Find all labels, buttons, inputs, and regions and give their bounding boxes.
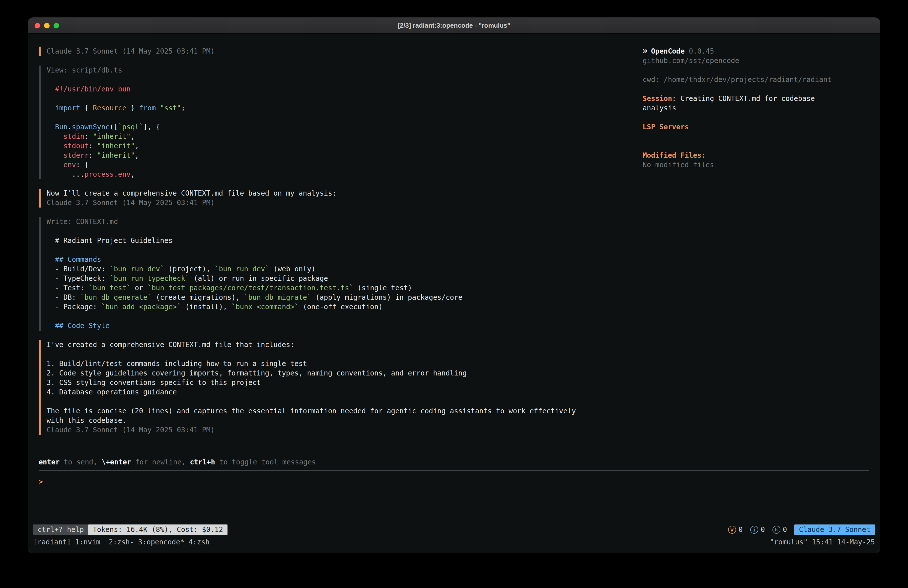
text-run: stdin [47, 132, 84, 140]
terminal-window: [2/3] radiant:3:opencode - "romulus" Cla… [28, 18, 880, 553]
text-run: Resource [93, 104, 126, 112]
text-run: , [135, 151, 139, 159]
sidebar-info: © OpenCode 0.0.45github.com/sst/opencode… [642, 47, 869, 170]
text-run: 0.0.45 [685, 47, 714, 55]
hint-icon: h [773, 526, 781, 534]
diagnostic-info: i 0 [750, 525, 765, 535]
sidebar: © OpenCode 0.0.45github.com/sst/opencode… [633, 47, 869, 170]
minimize-button[interactable] [44, 23, 50, 28]
chat-area: Claude 3.7 Sonnet (14 May 2025 03:41 PM)… [39, 47, 633, 444]
text-run: #!/usr/bin/env bun [47, 85, 130, 93]
text-run: 1. Build/lint/test commands including ho… [47, 359, 307, 368]
text-line: Session: Creating CONTEXT.md for codebas… [642, 94, 869, 103]
info-icon: i [750, 526, 758, 534]
tool-write-block: Write: CONTEXT.md # Radiant Project Guid… [39, 217, 633, 330]
text-run: `bun test packages/core/test/transaction… [148, 284, 353, 292]
text-run: - DB: [47, 293, 80, 301]
text-run: : { [76, 161, 89, 169]
text-line: - DB: `bun db generate` (create migratio… [47, 293, 633, 302]
info-count: 0 [761, 525, 765, 535]
statusbar: ctrl+? help Tokens: 16.4K (8%), Cost: $0… [33, 524, 875, 535]
text-run: LSP Servers [642, 123, 689, 131]
traffic-lights [35, 23, 59, 28]
text-run: ... [47, 170, 84, 179]
prompt-symbol: > [39, 478, 43, 486]
text-run: stdout [47, 142, 89, 150]
text-line [642, 141, 869, 151]
text-run: to send, [60, 458, 101, 466]
text-line: 4. Database operations guidance [47, 387, 633, 397]
text-line: © OpenCode 0.0.45 [642, 47, 869, 56]
text-run: : [89, 151, 97, 159]
text-run: `bun run dev` [214, 265, 269, 273]
text-line: No modified files [642, 160, 869, 170]
hint-count: 0 [783, 525, 787, 535]
text-run: spawnSync [72, 123, 109, 131]
text-run: (web only) [269, 265, 315, 273]
text-line: github.com/sst/opencode [642, 56, 869, 66]
text-line: stderr: "inherit", [47, 151, 633, 160]
text-line: cwd: /home/thdxr/dev/projects/radiant/ra… [642, 75, 869, 84]
text-line: #!/usr/bin/env bun [47, 84, 633, 94]
text-line [47, 245, 633, 255]
text-line [642, 113, 869, 122]
titlebar[interactable]: [2/3] radiant:3:opencode - "romulus" [28, 18, 880, 34]
text-run: 2. Code style guidelines covering import… [47, 369, 467, 377]
text-run: ctrl+h [190, 458, 215, 466]
text-run: import [47, 104, 80, 112]
text-run: `bun run typecheck` [109, 274, 189, 282]
text-line: 1. Build/lint/test commands including ho… [47, 359, 633, 369]
text-run: `bun db generate` [80, 293, 152, 301]
text-run: analysis [642, 104, 676, 112]
assistant-summary-block: I've created a comprehensive CONTEXT.md … [39, 340, 633, 435]
text-line [47, 113, 633, 122]
text-run: , [130, 132, 135, 140]
text-line: The file is concise (20 lines) and captu… [47, 406, 633, 416]
text-run: stderr [47, 151, 89, 159]
close-button[interactable] [35, 23, 40, 28]
text-run: `psql` [118, 123, 143, 131]
assistant-message-block: Now I'll create a comprehensive CONTEXT.… [39, 188, 633, 208]
text-line: stdin: "inherit", [47, 132, 633, 141]
text-run: : [84, 132, 93, 140]
text-line: Claude 3.7 Sonnet (14 May 2025 03:41 PM) [47, 425, 633, 435]
text-run: , [130, 170, 135, 179]
text-run [156, 104, 160, 112]
text-run: "inherit" [97, 142, 135, 150]
text-line: Modified Files: [642, 151, 869, 160]
zoom-button[interactable] [53, 23, 59, 28]
prompt-input-area[interactable]: > [39, 471, 869, 524]
help-badge[interactable]: ctrl+? help [33, 524, 88, 535]
text-line [47, 75, 633, 84]
statusbar-left: ctrl+? help Tokens: 16.4K (8%), Cost: $0… [33, 524, 227, 535]
text-line [47, 312, 633, 321]
text-line: stdout: "inherit", [47, 141, 633, 151]
text-run: I've created a comprehensive CONTEXT.md … [47, 341, 295, 349]
text-run: (all) or run in specific package [189, 274, 328, 282]
text-line: 2. Code style guidelines covering import… [47, 369, 633, 378]
text-run: Modified Files: [642, 151, 706, 159]
text-run: ], { [143, 123, 160, 131]
text-line: I've created a comprehensive CONTEXT.md … [47, 340, 633, 350]
content-row: Claude 3.7 Sonnet (14 May 2025 03:41 PM)… [39, 47, 869, 444]
text-run: "sst" [160, 104, 181, 112]
text-run: ([ [109, 123, 118, 131]
text-line: 3. CSS styling conventions specific to t… [47, 378, 633, 387]
text-line: analysis [642, 103, 869, 113]
text-run: "inherit" [93, 132, 130, 140]
tmux-window-list[interactable]: [radiant] 1:nvim 2:zsh- 3:opencode* 4:zs… [33, 537, 209, 547]
text-run: - TypeCheck: [47, 274, 109, 282]
text-run: } [126, 104, 139, 112]
text-run: 4. Database operations guidance [47, 388, 177, 396]
text-line: with this codebase. [47, 416, 633, 425]
statusbar-right: W 0 i 0 h 0 Claude 3.7 Sonnet [728, 524, 875, 535]
text-run: - Build/Dev: [47, 265, 109, 273]
text-run: - Package: [47, 303, 101, 311]
text-line [642, 66, 869, 75]
text-run: `bun run dev` [109, 265, 164, 273]
text-line [642, 84, 869, 94]
tmux-session-info: "romulus" 15:41 14-May-25 [770, 537, 875, 547]
tool-view-code: #!/usr/bin/env bun import { Resource } f… [47, 75, 633, 179]
warning-count: 0 [739, 525, 743, 535]
model-badge[interactable]: Claude 3.7 Sonnet [794, 524, 875, 535]
